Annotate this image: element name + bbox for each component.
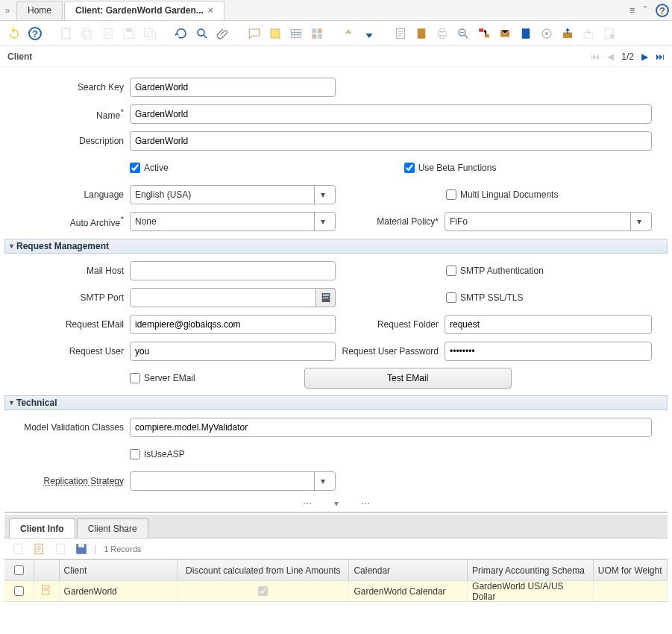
- refresh-icon[interactable]: [173, 25, 189, 42]
- save-icon[interactable]: [121, 25, 137, 42]
- label-auto-archive: Auto Archive*: [4, 216, 130, 228]
- svg-rect-21: [479, 28, 483, 32]
- record-count: 1 Records: [104, 544, 141, 553]
- smtp-port-input[interactable]: [130, 288, 316, 307]
- server-email-checkbox[interactable]: Server EMail: [130, 373, 195, 383]
- col-calendar[interactable]: Calendar: [349, 560, 468, 580]
- chevron-down-icon[interactable]: ˇ: [644, 5, 647, 16]
- zoom-across-icon[interactable]: [455, 25, 471, 42]
- multi-lingual-checkbox[interactable]: Multi Lingual Documents: [446, 189, 558, 200]
- col-discount[interactable]: Discount calculated from Line Amounts: [178, 560, 349, 580]
- smtp-auth-checkbox[interactable]: SMTP Authentication: [446, 266, 544, 276]
- replication-combo[interactable]: ▾: [130, 471, 336, 491]
- is-use-asp-checkbox[interactable]: IsUseASP: [130, 449, 185, 459]
- request-user-pwd-input[interactable]: [445, 342, 652, 361]
- test-email-button[interactable]: Test EMail: [304, 368, 512, 389]
- export-icon[interactable]: [559, 25, 576, 42]
- request-email-input[interactable]: [130, 315, 336, 334]
- cell-discount-checkbox: [258, 586, 268, 596]
- search-key-input[interactable]: [130, 78, 336, 97]
- chevron-down-icon[interactable]: ▾: [314, 213, 330, 230]
- grid-icon[interactable]: [288, 25, 304, 42]
- note-icon[interactable]: [267, 25, 283, 42]
- subtab-client-share[interactable]: Client Share: [77, 518, 148, 538]
- name-input[interactable]: [130, 104, 652, 124]
- language-combo[interactable]: English (USA)▾: [130, 185, 336, 204]
- copy-icon[interactable]: [79, 25, 95, 42]
- active-checkbox[interactable]: Active: [130, 163, 169, 173]
- prev-record-icon[interactable]: ◀: [607, 51, 614, 62]
- last-record-icon[interactable]: ⏭: [656, 51, 665, 62]
- sub-edit-icon[interactable]: [31, 541, 48, 557]
- svg-rect-11: [312, 28, 316, 33]
- chat-icon[interactable]: [246, 25, 263, 42]
- smtp-ssl-checkbox[interactable]: SMTP SSL/TLS: [446, 292, 523, 303]
- first-record-icon[interactable]: ⏮: [591, 51, 600, 62]
- select-all-checkbox[interactable]: [14, 565, 24, 575]
- edit-row-icon[interactable]: [40, 584, 52, 598]
- menu-icon[interactable]: ≡: [629, 5, 635, 16]
- main-toolbar: ?: [0, 21, 672, 46]
- request-folder-input[interactable]: [445, 315, 652, 334]
- report-icon[interactable]: [392, 25, 409, 42]
- col-uom[interactable]: UOM for Weight: [594, 560, 668, 580]
- svg-rect-35: [327, 297, 328, 298]
- import-icon[interactable]: [580, 25, 597, 42]
- request-user-input[interactable]: [130, 342, 336, 361]
- tab-client[interactable]: Client: GardenWorld Garden... ×: [64, 1, 224, 20]
- collapse-icon: ▾: [10, 395, 13, 410]
- table-row[interactable]: GardenWorld GardenWorld Calendar GardenW…: [4, 581, 668, 602]
- product-info-icon[interactable]: [518, 25, 534, 42]
- chevron-down-icon[interactable]: ▾: [314, 472, 330, 490]
- use-beta-checkbox[interactable]: Use Beta Functions: [404, 163, 497, 173]
- description-input[interactable]: [130, 131, 652, 151]
- chevron-down-icon[interactable]: ▾: [630, 213, 647, 230]
- attachment-icon[interactable]: [215, 25, 231, 42]
- svg-rect-13: [312, 34, 316, 38]
- sub-new-icon[interactable]: [10, 541, 27, 557]
- print-icon[interactable]: [434, 25, 450, 42]
- undo-icon[interactable]: [6, 25, 22, 42]
- next-record-icon[interactable]: ▶: [641, 51, 648, 62]
- auto-archive-combo[interactable]: None▾: [130, 212, 336, 231]
- subtab-client-info[interactable]: Client Info: [9, 518, 75, 538]
- material-policy-combo[interactable]: FiFo▾: [445, 212, 652, 231]
- help-icon[interactable]: ?: [656, 4, 669, 17]
- process-icon[interactable]: [538, 25, 555, 42]
- archive-icon[interactable]: [413, 25, 430, 42]
- delete-icon[interactable]: [100, 25, 116, 42]
- sub-save-icon[interactable]: [73, 541, 90, 557]
- col-client[interactable]: Client: [60, 560, 178, 580]
- requests-icon[interactable]: [497, 25, 513, 42]
- calculator-icon[interactable]: [316, 288, 336, 307]
- model-validation-input[interactable]: [130, 418, 652, 437]
- col-pas[interactable]: Primary Accounting Schema: [468, 560, 594, 580]
- label-replication[interactable]: Replication Strategy: [4, 476, 130, 486]
- save-create-icon[interactable]: [142, 25, 158, 42]
- find-icon[interactable]: [194, 25, 210, 42]
- expand-down-icon[interactable]: ▾: [334, 498, 339, 509]
- tab-home[interactable]: Home: [16, 1, 63, 20]
- new-icon[interactable]: [58, 25, 75, 42]
- detail-icon[interactable]: [361, 25, 377, 42]
- more-left-icon[interactable]: ⋯: [303, 498, 312, 509]
- section-request-management[interactable]: ▾Request Management: [4, 239, 668, 254]
- svg-point-26: [545, 31, 549, 35]
- about-icon[interactable]: ?: [27, 25, 43, 42]
- active-wf-icon[interactable]: [476, 25, 492, 42]
- close-icon[interactable]: ×: [208, 1, 213, 20]
- svg-rect-33: [323, 297, 324, 298]
- svg-rect-2: [84, 31, 91, 39]
- more-right-icon[interactable]: ⋯: [361, 498, 370, 509]
- sub-delete-icon[interactable]: [52, 541, 69, 557]
- chevron-down-icon[interactable]: ▾: [314, 186, 330, 204]
- customize-icon[interactable]: [601, 25, 618, 42]
- section-technical[interactable]: ▾Technical: [4, 395, 668, 410]
- parent-icon[interactable]: [340, 25, 357, 42]
- label-request-user: Request User: [4, 346, 130, 357]
- row-select-checkbox[interactable]: [14, 586, 24, 596]
- mail-host-input[interactable]: [130, 261, 336, 280]
- expand-left-icon[interactable]: »: [0, 5, 15, 16]
- client-info-grid: Client Discount calculated from Line Amo…: [4, 559, 668, 602]
- multi-icon[interactable]: [309, 25, 325, 42]
